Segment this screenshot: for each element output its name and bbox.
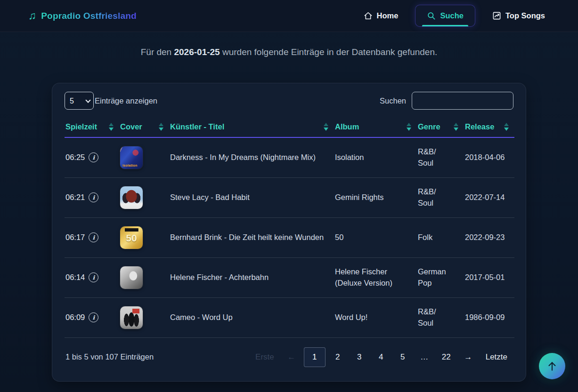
release-date: 2018-04-06 (464, 137, 514, 177)
cover-art[interactable]: 50 (120, 226, 143, 249)
search-input[interactable] (412, 92, 513, 110)
table-row[interactable]: 06:17i 50 Bernhard Brink - Die Zeit heil… (65, 217, 514, 257)
release-date: 2022-07-14 (464, 177, 514, 217)
genre: Folk (417, 217, 464, 257)
pagination-item[interactable]: 22 (437, 347, 456, 367)
sort-icon (109, 123, 114, 131)
info-icon[interactable]: i (89, 152, 98, 162)
results-card: 5 Einträge anzeigen Suchen Spielzeit Cov… (52, 83, 526, 382)
search-icon (427, 11, 436, 20)
sort-icon (159, 123, 163, 131)
page-heading: Für den 2026-01-25 wurden folgende Eintr… (0, 47, 578, 57)
sort-icon (504, 123, 509, 131)
pagination-item[interactable]: 2 (328, 347, 347, 367)
release-date: 1986-09-09 (464, 297, 514, 337)
genre: R&B/ Soul (417, 137, 464, 177)
table-row[interactable]: 06:14i Helene Fischer - Achterbahn Helen… (65, 257, 514, 297)
cover-art-label: isolation (122, 164, 137, 167)
column-header-album[interactable]: Album (334, 118, 417, 137)
genre: German Pop (417, 257, 464, 297)
pagination-item: Erste (250, 347, 279, 367)
nav-items: Home Suche Top Songs (359, 5, 550, 27)
album: Helene Fischer (Deluxe Version) (334, 257, 417, 297)
pagination-item[interactable]: → (459, 347, 478, 367)
pagination-item: ← (282, 347, 301, 367)
artist-title: Darkness - In My Dreams (Nightmare Mix) (169, 137, 334, 177)
heading-suffix: wurden folgende Einträge in der Datenban… (220, 47, 438, 57)
nav-item-label: Top Songs (505, 11, 545, 20)
nav-item-top-songs[interactable]: Top Songs (488, 5, 550, 26)
column-header-release[interactable]: Release (464, 118, 514, 137)
home-icon (364, 11, 373, 20)
heading-prefix: Für den (141, 47, 174, 57)
pagination-item[interactable]: Letzte (480, 347, 513, 367)
playtime: 06:25 (65, 153, 85, 162)
column-header-spielzeit[interactable]: Spielzeit (65, 118, 119, 137)
music-note-icon: ♫ (28, 10, 36, 21)
cover-art[interactable] (120, 306, 143, 329)
entries-info: 1 bis 5 von 107 Einträgen (65, 352, 154, 361)
playtime: 06:14 (65, 273, 85, 282)
table-header-row: Spielzeit Cover Künstler - Titel Album G… (65, 118, 514, 137)
nav-item-label: Suche (440, 11, 464, 20)
cover-art[interactable]: isolation (120, 146, 143, 169)
info-icon[interactable]: i (89, 192, 98, 202)
table-row[interactable]: 06:25i isolation Darkness - In My Dreams… (65, 137, 514, 177)
release-date: 2022-09-23 (464, 217, 514, 257)
artist-title: Helene Fischer - Achterbahn (169, 257, 334, 297)
album: Isolation (334, 137, 417, 177)
pagination-item[interactable]: 3 (350, 347, 369, 367)
nav-item-label: Home (377, 11, 399, 20)
artist-title: Cameo - Word Up (169, 297, 334, 337)
album: 50 (334, 217, 417, 257)
songs-table: Spielzeit Cover Künstler - Titel Album G… (65, 118, 514, 338)
artist-title: Bernhard Brink - Die Zeit heilt keine Wu… (169, 217, 334, 257)
album: Word Up! (334, 297, 417, 337)
page-size-control: 5 Einträge anzeigen (65, 92, 157, 110)
pagination: Erste←12345…22→Letzte (250, 347, 513, 367)
chart-icon (492, 11, 501, 20)
heading-date: 2026-01-25 (174, 47, 220, 57)
table-row[interactable]: 06:09i Cameo - Word Up Word Up! R&B/ Sou… (65, 297, 514, 337)
pagination-item-current[interactable]: 1 (304, 347, 326, 367)
page-size-select[interactable]: 5 (65, 92, 94, 110)
page-size-label: Einträge anzeigen (95, 96, 157, 105)
column-header-genre[interactable]: Genre (417, 118, 464, 137)
navbar: ♫ Popradio Ostfriesland Home Suche Top S… (0, 0, 578, 32)
nav-item-home[interactable]: Home (359, 5, 403, 26)
cover-art-label: 50 (126, 232, 137, 244)
brand[interactable]: ♫ Popradio Ostfriesland (28, 10, 137, 21)
table-footer: 1 bis 5 von 107 Einträgen Erste←12345…22… (65, 338, 513, 376)
artist-title: Steve Lacy - Bad Habit (169, 177, 334, 217)
sort-icon (324, 123, 328, 131)
search-label: Suchen (380, 96, 406, 105)
info-icon[interactable]: i (89, 232, 98, 242)
nav-item-suche[interactable]: Suche (415, 5, 475, 27)
arrow-up-icon (546, 360, 558, 372)
info-icon[interactable]: i (89, 272, 98, 282)
table-controls: 5 Einträge anzeigen Suchen (65, 91, 513, 110)
release-date: 2017-05-01 (464, 257, 514, 297)
album: Gemini Rights (334, 177, 417, 217)
brand-title: Popradio Ostfriesland (41, 11, 137, 21)
info-icon[interactable]: i (89, 312, 98, 322)
genre: R&B/ Soul (417, 177, 464, 217)
genre: R&B/ Soul (417, 297, 464, 337)
column-header-cover[interactable]: Cover (119, 118, 169, 137)
playtime: 06:09 (65, 313, 85, 322)
cover-art[interactable] (120, 186, 143, 209)
sort-icon (454, 123, 458, 131)
sort-icon (407, 123, 411, 131)
playtime: 06:21 (65, 193, 85, 202)
scroll-to-top-button[interactable] (539, 353, 565, 379)
cover-art[interactable] (120, 266, 143, 289)
table-row[interactable]: 06:21i Steve Lacy - Bad Habit Gemini Rig… (65, 177, 514, 217)
playtime: 06:17 (65, 233, 85, 242)
pagination-item[interactable]: 5 (393, 347, 412, 367)
pagination-item: … (415, 347, 434, 367)
search-control: Suchen (380, 92, 513, 110)
pagination-item[interactable]: 4 (372, 347, 391, 367)
column-header-kuenstler-titel[interactable]: Künstler - Titel (169, 118, 334, 137)
